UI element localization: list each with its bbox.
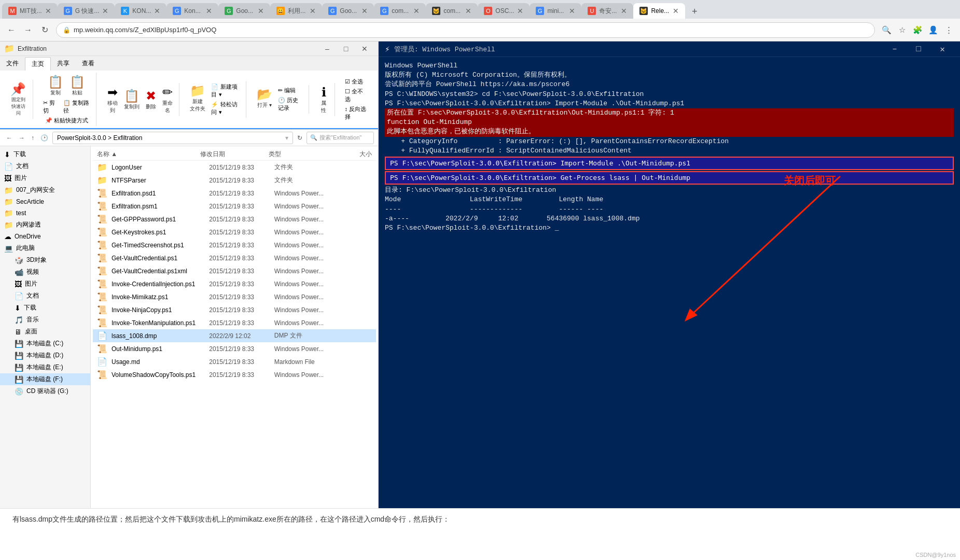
tab-close-btn[interactable]: ✕ xyxy=(413,7,420,15)
table-row[interactable]: 📜Invoke-CredentialInjection.ps12015/12/1… xyxy=(93,277,376,290)
fe-easy-access-btn[interactable]: ⚡ 轻松访问 ▾ xyxy=(210,100,242,117)
fe-cut-btn[interactable]: ✂ 剪切 xyxy=(41,99,60,115)
fe-recent-btn[interactable]: 🕑 xyxy=(38,133,50,143)
browser-tab-t1[interactable]: MMIT技...✕ xyxy=(2,3,58,19)
table-row[interactable]: 📜Exfiltration.psd12015/12/19 8:33Windows… xyxy=(93,187,376,200)
sidebar-item-本地磁盘_(E:)[interactable]: 💾本地磁盘 (E:) xyxy=(0,361,90,373)
table-row[interactable]: 📜Get-GPPPassword.ps12015/12/19 8:33Windo… xyxy=(93,213,376,226)
col-header-size[interactable]: 大小 xyxy=(338,150,372,159)
tab-close-btn[interactable]: ✕ xyxy=(517,7,523,15)
sidebar-item-3D对象[interactable]: 🎲3D对象 xyxy=(0,254,90,266)
browser-tab-t3[interactable]: KKON...✕ xyxy=(115,3,166,19)
address-bar[interactable]: 🔒 mp.weixin.qq.com/s/Z_edXlBpUsp1rf0-q_p… xyxy=(56,22,875,38)
browser-tab-t9[interactable]: 🐱com...✕ xyxy=(426,3,478,19)
profile-icon[interactable]: 👤 xyxy=(926,23,940,37)
sidebar-item-本地磁盘_(D:)[interactable]: 💾本地磁盘 (D:) xyxy=(0,349,90,361)
browser-tab-t10[interactable]: OOSC...✕ xyxy=(478,3,530,19)
fe-select-none-btn[interactable]: ☐ 全不选 xyxy=(343,87,370,104)
sidebar-item-下载[interactable]: ⬇下载 xyxy=(0,302,90,314)
sidebar-item-音乐[interactable]: 🎵音乐 xyxy=(0,314,90,326)
tab-close-btn[interactable]: ✕ xyxy=(258,7,264,15)
ribbon-tab-文件[interactable]: 文件 xyxy=(0,57,25,71)
fe-forward-btn[interactable]: → xyxy=(17,133,27,143)
table-row[interactable]: 📜Invoke-TokenManipulation.ps12015/12/19 … xyxy=(93,316,376,329)
browser-tab-t4[interactable]: GKon...✕ xyxy=(166,3,218,19)
table-row[interactable]: 📜Exfiltration.psm12015/12/19 8:33Windows… xyxy=(93,200,376,213)
fe-invert-btn[interactable]: ↕ 反向选择 xyxy=(343,105,370,121)
table-row[interactable]: 📄lsass_1008.dmp2022/2/9 12:02DMP 文件 xyxy=(93,329,376,342)
fe-paste-shortcut-btn[interactable]: 📌 粘贴快捷方式 xyxy=(44,116,90,125)
browser-tab-t13[interactable]: 🐱Rele...✕ xyxy=(633,3,685,19)
sidebar-item-此电脑[interactable]: 💻此电脑 xyxy=(0,242,90,254)
sidebar-item-007_内网安全[interactable]: 📁007_内网安全 xyxy=(0,184,90,196)
sidebar-item-SecArticle[interactable]: 📁SecArticle xyxy=(0,196,90,207)
fe-properties-btn[interactable]: ℹ 属性 xyxy=(317,84,330,115)
fe-select-all-btn[interactable]: ☑ 全选 xyxy=(343,77,370,86)
settings-icon[interactable]: ⋮ xyxy=(941,23,956,37)
fe-new-folder-btn[interactable]: 📁 新建文件夹 xyxy=(188,82,207,117)
tab-close-btn[interactable]: ✕ xyxy=(569,7,575,15)
sidebar-item-本地磁盘_(C:)[interactable]: 💾本地磁盘 (C:) xyxy=(0,338,90,349)
col-header-name[interactable]: 名称 ▲ xyxy=(97,150,200,159)
browser-tab-t8[interactable]: Gcom...✕ xyxy=(374,3,426,19)
tab-close-btn[interactable]: ✕ xyxy=(673,7,679,15)
fe-copypath-btn[interactable]: 📋 复制路径 xyxy=(62,99,92,115)
fe-paste-btn[interactable]: 📋 粘贴 xyxy=(67,74,87,97)
tab-close-btn[interactable]: ✕ xyxy=(361,7,368,15)
sidebar-item-文档[interactable]: 📄文档 xyxy=(0,290,90,302)
new-tab-button[interactable]: + xyxy=(687,4,702,19)
ps-close-btn[interactable]: ✕ xyxy=(931,41,954,57)
fe-moveto-btn[interactable]: ➡ 移动到 xyxy=(105,84,120,115)
forward-button[interactable]: → xyxy=(21,23,35,37)
table-row[interactable]: 📜Out-Minidump.ps12015/12/19 8:33Windows … xyxy=(93,342,376,355)
tab-close-btn[interactable]: ✕ xyxy=(621,7,627,15)
sidebar-item-桌面[interactable]: 🖥桌面 xyxy=(0,326,90,338)
sidebar-item-视频[interactable]: 📹视频 xyxy=(0,266,90,278)
tab-close-btn[interactable]: ✕ xyxy=(206,7,212,15)
browser-tab-t12[interactable]: U奇安...✕ xyxy=(581,3,633,19)
table-row[interactable]: 📄Usage.md2015/12/19 8:33Markdown File xyxy=(93,355,376,368)
back-button[interactable]: ← xyxy=(4,23,19,37)
sidebar-item-OneDrive[interactable]: ☁OneDrive xyxy=(0,231,90,242)
fe-search-box[interactable]: 🔍 搜索"Exfiltration" xyxy=(307,132,374,144)
table-row[interactable]: 📜Get-VaultCredential.ps12015/12/19 8:33W… xyxy=(93,251,376,264)
fe-pin-btn[interactable]: 📌 固定到快速访问 xyxy=(8,81,29,118)
fe-copyto-btn[interactable]: 📋 复制到 xyxy=(122,88,142,111)
browser-tab-t6[interactable]: 😀利用...✕ xyxy=(270,3,322,19)
fe-minimize-btn[interactable]: – xyxy=(318,41,337,56)
ps-maximize-btn[interactable]: □ xyxy=(907,41,930,57)
refresh-button[interactable]: ↻ xyxy=(37,23,52,37)
fe-breadcrumb[interactable]: PowerSploit-3.0.0 > Exfiltration ▾ xyxy=(52,132,293,144)
tab-close-btn[interactable]: ✕ xyxy=(465,7,471,15)
sidebar-item-图片[interactable]: 🖼图片 xyxy=(0,172,90,184)
fe-close-btn[interactable]: ✕ xyxy=(355,41,374,56)
sidebar-item-下载[interactable]: ⬇下载 xyxy=(0,148,90,160)
ribbon-tab-查看[interactable]: 查看 xyxy=(76,57,101,71)
ribbon-tab-共享[interactable]: 共享 xyxy=(51,57,76,71)
sidebar-item-图片[interactable]: 🖼图片 xyxy=(0,278,90,290)
fe-refresh-btn[interactable]: ↻ xyxy=(295,133,304,143)
browser-tab-t2[interactable]: GG 快速...✕ xyxy=(58,3,115,19)
table-row[interactable]: 📜Get-VaultCredential.ps1xml2015/12/19 8:… xyxy=(93,264,376,277)
tab-close-btn[interactable]: ✕ xyxy=(102,7,108,15)
fe-up-btn[interactable]: ↑ xyxy=(29,133,36,143)
fe-rename-btn[interactable]: ✏ 重命名 xyxy=(160,84,175,115)
table-row[interactable]: 📜Invoke-Mimikatz.ps12015/12/19 8:33Windo… xyxy=(93,290,376,303)
table-row[interactable]: 📜Invoke-NinjaCopy.ps12015/12/19 8:33Wind… xyxy=(93,303,376,316)
extension-icon[interactable]: 🧩 xyxy=(910,23,925,37)
tab-close-btn[interactable]: ✕ xyxy=(45,7,51,15)
sidebar-item-test[interactable]: 📁test xyxy=(0,207,90,219)
table-row[interactable]: 📜Get-TimedScreenshot.ps12015/12/19 8:33W… xyxy=(93,239,376,251)
sidebar-item-文档[interactable]: 📄文档 xyxy=(0,160,90,172)
fe-new-item-btn[interactable]: 📄 新建项目 ▾ xyxy=(210,82,242,99)
col-header-type[interactable]: 类型 xyxy=(269,150,338,159)
tab-close-btn[interactable]: ✕ xyxy=(154,7,160,15)
fe-back-btn[interactable]: ← xyxy=(4,133,15,143)
browser-tab-t11[interactable]: Gmini...✕ xyxy=(530,3,581,19)
table-row[interactable]: 📁NTFSParser2015/12/19 8:33文件夹 xyxy=(93,174,376,187)
table-row[interactable]: 📜VolumeShadowCopyTools.ps12015/12/19 8:3… xyxy=(93,368,376,381)
fe-copy-btn[interactable]: 📋 复制 xyxy=(46,74,65,97)
fe-maximize-btn[interactable]: □ xyxy=(337,41,355,56)
tab-close-btn[interactable]: ✕ xyxy=(310,7,316,15)
browser-tab-t5[interactable]: GGoo...✕ xyxy=(218,3,270,19)
